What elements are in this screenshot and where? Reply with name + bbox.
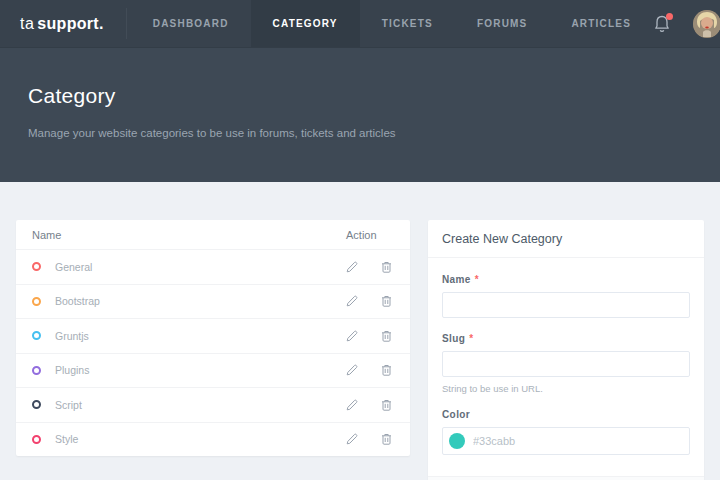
category-table-card: Name Action General Bootstrap Gruntjs (16, 220, 410, 456)
color-input-wrap (442, 427, 690, 455)
panel-footer: Save (428, 476, 704, 480)
category-name: Plugins (55, 364, 346, 376)
edit-button[interactable] (346, 330, 358, 342)
category-color-dot (32, 400, 41, 409)
category-name: Script (55, 399, 346, 411)
name-label-text: Name (442, 274, 471, 285)
top-navbar: tasupport. DASHBOARD CATEGORY TICKETS FO… (0, 0, 720, 48)
pencil-icon (346, 261, 358, 273)
name-field-group: Name* (442, 274, 690, 318)
required-asterisk: * (475, 274, 479, 285)
required-asterisk: * (469, 333, 473, 344)
create-category-card: Create New Category Name* Slug* String t… (428, 220, 704, 480)
trash-icon (381, 364, 392, 376)
navbar-right (653, 0, 720, 47)
brand-logo-light: ta (20, 15, 34, 33)
row-actions (346, 261, 392, 273)
category-color-dot (32, 435, 41, 444)
edit-button[interactable] (346, 399, 358, 411)
edit-button[interactable] (346, 261, 358, 273)
color-input[interactable] (473, 435, 683, 447)
nav-menu: DASHBOARD CATEGORY TICKETS FORUMS ARTICL… (131, 0, 653, 47)
column-header-name: Name (32, 229, 346, 241)
pencil-icon (346, 330, 358, 342)
page-header: Category Manage your website categories … (0, 48, 720, 182)
row-actions (346, 433, 392, 445)
category-color-dot (32, 366, 41, 375)
row-actions (346, 364, 392, 376)
category-color-dot (32, 297, 41, 306)
edit-button[interactable] (346, 433, 358, 445)
table-header-row: Name Action (16, 220, 410, 249)
avatar-image (693, 10, 720, 38)
nav-item-articles[interactable]: ARTICLES (549, 0, 653, 47)
slug-helper-text: String to be use in URL. (442, 383, 690, 394)
user-avatar[interactable] (693, 10, 720, 38)
nav-item-tickets[interactable]: TICKETS (360, 0, 455, 47)
name-label: Name* (442, 274, 690, 285)
edit-button[interactable] (346, 295, 358, 307)
delete-button[interactable] (381, 261, 392, 273)
delete-button[interactable] (381, 399, 392, 411)
main-content: Name Action General Bootstrap Gruntjs (0, 182, 720, 480)
name-input[interactable] (442, 292, 690, 318)
category-name: Bootstrap (55, 295, 346, 307)
panel-body: Name* Slug* String to be use in URL. Col… (428, 258, 704, 476)
notifications-button[interactable] (653, 14, 671, 34)
category-color-dot (32, 262, 41, 271)
category-name: Style (55, 433, 346, 445)
page-subtitle: Manage your website categories to be use… (28, 127, 692, 139)
column-header-action: Action (346, 229, 392, 241)
color-swatch[interactable] (449, 433, 465, 449)
trash-icon (381, 330, 392, 342)
notification-dot (666, 13, 673, 20)
trash-icon (381, 433, 392, 445)
category-name: General (55, 261, 346, 273)
trash-icon (381, 399, 392, 411)
brand-logo-bold: support. (37, 15, 103, 33)
slug-label: Slug* (442, 333, 690, 344)
pencil-icon (346, 295, 358, 307)
edit-button[interactable] (346, 364, 358, 376)
table-row: Script (16, 387, 410, 422)
slug-label-text: Slug (442, 333, 465, 344)
slug-field-group: Slug* String to be use in URL. (442, 333, 690, 394)
nav-item-category[interactable]: CATEGORY (251, 0, 360, 47)
panel-title: Create New Category (428, 220, 704, 258)
category-color-dot (32, 331, 41, 340)
slug-input[interactable] (442, 351, 690, 377)
pencil-icon (346, 433, 358, 445)
delete-button[interactable] (381, 364, 392, 376)
trash-icon (381, 295, 392, 307)
nav-item-forums[interactable]: FORUMS (455, 0, 550, 47)
delete-button[interactable] (381, 433, 392, 445)
row-actions (346, 330, 392, 342)
category-name: Gruntjs (55, 330, 346, 342)
table-row: General (16, 249, 410, 284)
brand-logo[interactable]: tasupport. (0, 8, 127, 39)
table-row: Plugins (16, 353, 410, 388)
table-row: Style (16, 422, 410, 457)
nav-item-dashboard[interactable]: DASHBOARD (131, 0, 251, 47)
color-field-group: Color (442, 409, 690, 455)
row-actions (346, 295, 392, 307)
trash-icon (381, 261, 392, 273)
table-row: Bootstrap (16, 284, 410, 319)
pencil-icon (346, 364, 358, 376)
row-actions (346, 399, 392, 411)
delete-button[interactable] (381, 330, 392, 342)
color-label: Color (442, 409, 690, 420)
pencil-icon (346, 399, 358, 411)
delete-button[interactable] (381, 295, 392, 307)
table-row: Gruntjs (16, 318, 410, 353)
page-title: Category (28, 84, 692, 108)
